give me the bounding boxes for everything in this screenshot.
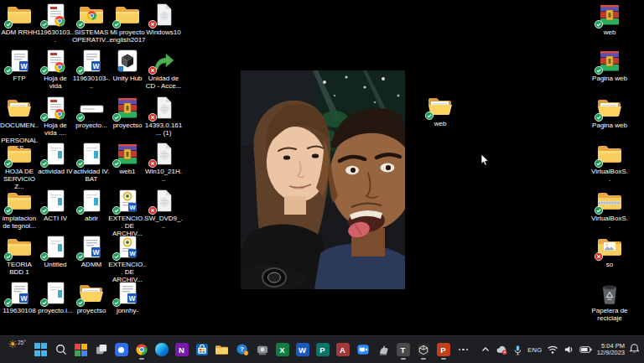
desktop-icon-so[interactable]: so	[591, 236, 628, 268]
desktop-icon-label: so	[606, 261, 613, 268]
taskbar-file-explorer[interactable]	[215, 339, 229, 360]
taskbar-access[interactable]: A	[335, 339, 350, 360]
desktop-icon-actividad-iv[interactable]: actividad IV	[37, 143, 74, 175]
taskbar-hand-app[interactable]	[376, 339, 390, 360]
desktop-icon-win10-21h[interactable]: Win10_21H...	[145, 143, 182, 183]
access-icon: A	[336, 343, 350, 356]
desktop-icon-14393-0-161-1[interactable]: 14393.0.161... (1)	[145, 96, 182, 137]
desktop-icon-119630103[interactable]: W119630103-...	[73, 49, 110, 90]
white-file-icon	[150, 96, 177, 120]
taskbar-chat-app[interactable]	[114, 339, 128, 360]
taskbar-media-app[interactable]	[255, 339, 269, 360]
recycle-bin-icon	[596, 282, 623, 305]
taskbar-edge[interactable]	[154, 339, 169, 360]
tray-microphone[interactable]	[513, 345, 522, 355]
desktop-icon-hoja-de-servicio-z[interactable]: HOJA DE SERVICIO Z...	[1, 143, 38, 190]
chrome-icon	[135, 343, 148, 356]
winrar-icon	[596, 49, 623, 73]
terminal-icon: T	[397, 343, 410, 356]
desktop-icon-web[interactable]: web	[422, 95, 459, 127]
desktop-icon-web[interactable]: web	[591, 3, 628, 36]
folder-open-icon	[427, 95, 454, 118]
desktop-icon-unity-hub[interactable]: Unity Hub	[109, 49, 146, 82]
tray-wifi[interactable]	[547, 345, 558, 355]
desktop-icon-teoria-bdd-1[interactable]: TEORIA BDD 1	[1, 236, 38, 276]
desktop-icon-pagina-web[interactable]: Pagina web	[591, 96, 628, 129]
desktop-icon-acti-iv[interactable]: ACTI IV	[37, 189, 74, 222]
desktop-icon-label: Papelera de reciclaje	[591, 307, 628, 322]
desktop-icon-actividad-iv-bat[interactable]: actividad IV. BAT	[73, 143, 110, 183]
desktop-icon-adm-rrhh[interactable]: ADM RRHH	[1, 3, 38, 36]
desktop-icon-untitled[interactable]: Untitled	[37, 236, 74, 268]
folder-icon	[596, 143, 623, 166]
tray-battery[interactable]	[579, 345, 592, 354]
desktop-icon-hoja-de-vida[interactable]: Hoja de vida ....	[37, 96, 74, 137]
taskbar-search[interactable]	[54, 339, 68, 360]
taskbar-task-view[interactable]	[94, 339, 108, 360]
desktop-icon-abrir[interactable]: abrir	[73, 189, 110, 222]
tray-tray-overflow[interactable]	[480, 345, 491, 355]
desktop-icon-virtualboxs[interactable]: VirtualBoxS..	[591, 189, 628, 230]
folder-icon	[6, 143, 33, 166]
desktop-icon-proyectso[interactable]: proyectso	[109, 96, 146, 129]
desktop-icon-virtualboxs[interactable]: VirtualBoxS..	[591, 143, 628, 183]
plain-doc-icon	[78, 189, 105, 213]
folder-icon	[6, 236, 33, 259]
selfie-photo-graphic	[241, 70, 405, 289]
desktop-icon-sw-dvd9[interactable]: SW_DVD9_...	[145, 189, 182, 230]
desktop-icon-unidad-de-cd-acce[interactable]: Unidad de CD - Acce...	[145, 49, 182, 90]
taskbar-office-hub[interactable]	[74, 339, 88, 360]
taskbar-terminal[interactable]: T	[396, 339, 410, 360]
desktop-icon-label: ADM RRHH	[1, 29, 37, 36]
taskbar-weather-widget[interactable]: ☀25°	[7, 339, 27, 360]
desktop-icon-sistemas-operativ[interactable]: SISTEMAS OPERATIV...	[73, 3, 110, 44]
desktop-photo	[241, 70, 405, 289]
taskbar-unity[interactable]	[416, 339, 430, 360]
desktop-icon-extencio-de-archiv[interactable]: WEXTENCIO... DE ARCHIV...	[109, 236, 146, 283]
microsoft-store-icon	[195, 343, 209, 356]
desktop-icon-papelera-de-reciclaje[interactable]: Papelera de reciclaje	[591, 282, 628, 322]
taskbar-publisher[interactable]: P	[315, 339, 330, 360]
svg-text:W: W	[128, 294, 136, 303]
taskbar-onenote[interactable]: N	[174, 339, 189, 360]
desktop-icon-hoja-de-vida[interactable]: Hoja de vida	[37, 49, 74, 90]
tray-volume[interactable]	[564, 345, 574, 355]
desktop-icon-admm[interactable]: WADMM	[73, 236, 110, 268]
taskbar-get-help[interactable]: ?	[235, 339, 249, 360]
taskbar: ☀25° N?XWPATP ENG 5:04 PM 12/9/2023	[0, 335, 644, 363]
desktop-icon-proyecto[interactable]: proyecto...	[73, 96, 110, 129]
taskbar-chrome[interactable]	[134, 339, 148, 360]
desktop-icon-extencio-de-archiv[interactable]: WEXTENCIO... DE ARCHIV...	[109, 189, 146, 237]
clock-date: 12/9/2023	[597, 350, 625, 357]
desktop-icon-ftp[interactable]: WFTP	[1, 49, 38, 82]
desktop-icon-implatacion-de-tegnol[interactable]: implatacion de tegnol...	[1, 189, 38, 230]
taskbar-excel[interactable]: X	[275, 339, 289, 360]
desktop-icon-label: 119630103-...	[72, 75, 111, 90]
taskbar-word[interactable]: W	[295, 339, 309, 360]
taskbar-powerpoint[interactable]: P	[436, 339, 450, 360]
tray-language[interactable]: ENG	[527, 346, 542, 354]
desktop-icon-label: Untitled	[44, 261, 66, 268]
desktop-icon-windows10[interactable]: Windows10	[145, 3, 182, 36]
desktop-icon-web1[interactable]: web1	[109, 143, 146, 175]
tray-onedrive-error[interactable]	[496, 345, 508, 355]
taskbar-start[interactable]	[34, 339, 48, 360]
desktop-icon-pagina-web[interactable]: Pagina web	[591, 49, 628, 82]
taskbar-more-apps[interactable]	[456, 339, 470, 360]
task-view-icon	[95, 343, 108, 356]
desktop-icon-119630103[interactable]: 119630103...	[37, 3, 74, 44]
chrome-doc-icon	[42, 96, 69, 120]
excel-icon: X	[276, 343, 289, 356]
desktop-icon-proyectso[interactable]: proyectso	[73, 282, 110, 314]
desktop-icon-119630108[interactable]: W119630108	[1, 282, 38, 314]
word-doc-icon: W	[6, 282, 33, 305]
tray-clock[interactable]: 5:04 PM 12/9/2023	[597, 343, 625, 357]
taskbar-zoom[interactable]	[356, 339, 370, 360]
desktop-icon-mi-proyecto-english2017[interactable]: Mi proyecto english2017	[109, 3, 146, 44]
desktop-icon-jonnhy[interactable]: Wjonnhy-	[109, 282, 146, 314]
notifications-button[interactable]	[629, 343, 640, 356]
battery-icon	[579, 345, 592, 354]
desktop-icon-proyecto-i[interactable]: proyecto.i...	[37, 282, 74, 314]
taskbar-microsoft-store[interactable]	[195, 339, 209, 360]
desktop-icon-label: web1	[119, 168, 135, 175]
